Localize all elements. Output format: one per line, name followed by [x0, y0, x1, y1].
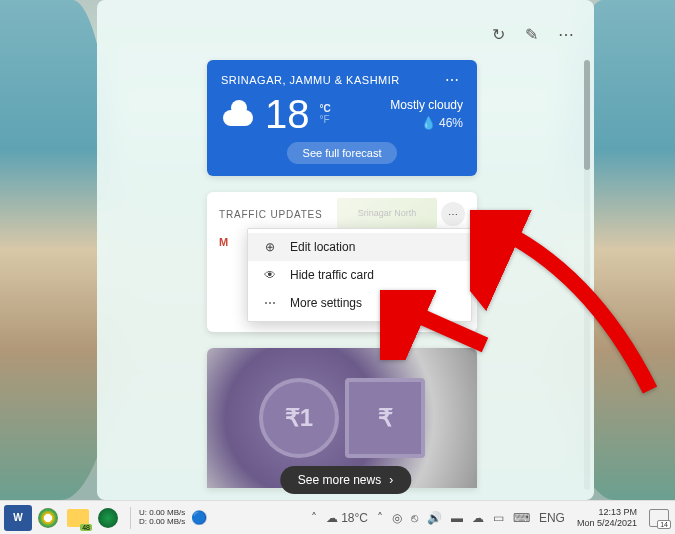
taskbar-clock[interactable]: 12:13 PM Mon 5/24/2021 [577, 507, 637, 529]
traffic-more-icon[interactable]: ⋯ [441, 202, 465, 226]
chevron-right-icon: › [389, 473, 393, 487]
weather-card[interactable]: SRINAGAR, JAMMU & KASHMIR ⋯ 18 °C °F Mos… [207, 60, 477, 176]
notification-badge: 14 [657, 520, 671, 529]
menu-more-label: More settings [290, 296, 362, 310]
panel-more-icon[interactable]: ⋯ [558, 25, 574, 44]
clock-date: Mon 5/24/2021 [577, 518, 637, 529]
taskbar-separator [130, 507, 131, 529]
weather-humidity: 💧 46% [390, 116, 463, 130]
notification-center-icon[interactable]: 14 [649, 509, 669, 527]
see-more-label: See more news [298, 473, 381, 487]
net-speed-indicator: U: 0.00 MB/s D: 0.00 MB/s [139, 509, 185, 527]
tray-language[interactable]: ENG [539, 511, 565, 525]
rupee-note-graphic: ₹1 [259, 378, 339, 458]
panel-toolbar: ↻ ✎ ⋯ [492, 25, 574, 44]
tray-volume-icon[interactable]: 🔊 [427, 511, 442, 525]
see-more-news-button[interactable]: See more news › [280, 466, 411, 494]
unit-celsius[interactable]: °C [320, 103, 331, 114]
refresh-icon[interactable]: ↻ [492, 25, 505, 44]
system-tray: ˄ ☁ 18°C ˄ ◎ ⎋ 🔊 ▬ ☁ ▭ ⌨ ENG [311, 511, 565, 525]
see-forecast-button[interactable]: See full forecast [287, 142, 398, 164]
eye-off-icon: 👁 [262, 268, 278, 282]
weather-condition: Mostly cloudy [390, 98, 463, 112]
menu-hide-label: Hide traffic card [290, 268, 374, 282]
tray-location-icon[interactable]: ◎ [392, 511, 402, 525]
taskbar-word-icon[interactable]: W [4, 505, 32, 531]
tray-onedrive-icon[interactable]: ☁ [472, 511, 484, 525]
scrollbar-thumb[interactable] [584, 60, 590, 170]
tray-keyboard-icon[interactable]: ⌨ [513, 511, 530, 525]
explorer-badge: 48 [80, 524, 92, 531]
annotation-arrow-to-more [470, 210, 660, 404]
tray-support-icon[interactable]: 🔵 [191, 510, 207, 525]
taskbar-explorer-icon[interactable]: 48 [64, 505, 92, 531]
cloud-icon [221, 100, 257, 128]
annotation-arrow-to-menu [380, 290, 490, 364]
unit-toggle[interactable]: °C °F [320, 103, 331, 125]
weather-more-icon[interactable]: ⋯ [441, 72, 464, 88]
tray-wifi-icon[interactable]: ⎋ [411, 511, 418, 525]
tray-battery-icon[interactable]: ▬ [451, 511, 463, 525]
menu-hide-card[interactable]: 👁 Hide traffic card [248, 261, 471, 289]
rupee-note-graphic: ₹ [345, 378, 425, 458]
clock-time: 12:13 PM [577, 507, 637, 518]
edit-icon[interactable]: ✎ [525, 25, 538, 44]
tray-chevron-up-icon[interactable]: ˄ [311, 511, 317, 525]
ellipsis-icon: ⋯ [262, 296, 278, 310]
temperature-block: 18 °C °F [221, 94, 331, 134]
taskbar[interactable]: W 48 U: 0.00 MB/s D: 0.00 MB/s 🔵 ˄ ☁ 18°… [0, 500, 675, 534]
temperature-value: 18 [265, 94, 310, 134]
crosshair-icon: ⊕ [262, 240, 278, 254]
taskbar-idm-icon[interactable] [94, 505, 122, 531]
tray-touchpad-icon[interactable]: ▭ [493, 511, 504, 525]
taskbar-chrome-icon[interactable] [34, 505, 62, 531]
menu-edit-location[interactable]: ⊕ Edit location [248, 233, 471, 261]
tray-chevron-up-icon[interactable]: ˄ [377, 511, 383, 525]
weather-location: SRINAGAR, JAMMU & KASHMIR [221, 74, 400, 86]
widgets-column: SRINAGAR, JAMMU & KASHMIR ⋯ 18 °C °F Mos… [207, 60, 477, 488]
traffic-title: TRAFFIC UPDATES [219, 209, 322, 220]
tray-weather[interactable]: ☁ 18°C [326, 511, 368, 525]
menu-edit-label: Edit location [290, 240, 355, 254]
unit-fahrenheit[interactable]: °F [320, 114, 331, 125]
